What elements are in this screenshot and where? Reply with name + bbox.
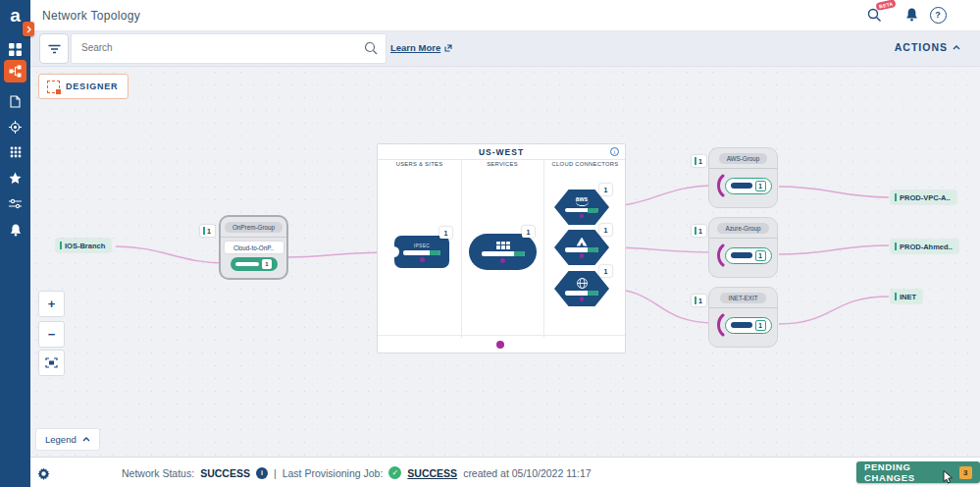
chip-inet[interactable]: INET xyxy=(891,290,922,303)
status-dot xyxy=(580,297,585,301)
top-header: Network Topology BETA ? SC xyxy=(30,0,980,31)
count-badge: 1 xyxy=(599,184,612,195)
status-bar: Network Status: SUCCESS i | Last Provisi… xyxy=(30,457,980,487)
count-badge: 1 xyxy=(262,259,272,269)
search-box xyxy=(71,33,387,64)
actions-menu[interactable]: ACTIONS xyxy=(895,41,960,53)
column-cloud-connectors: CLOUD CONNECTORS xyxy=(543,161,627,167)
help-icon[interactable]: ? xyxy=(929,6,947,24)
connector-dot xyxy=(496,341,504,349)
azure-icon xyxy=(577,238,588,246)
fit-screen-icon xyxy=(45,357,58,368)
group-count-badge: 1 xyxy=(200,225,215,237)
count-badge: 1 xyxy=(755,320,766,331)
count-badge: 1 xyxy=(755,250,766,261)
bracket-icon xyxy=(715,244,725,267)
search-icon[interactable] xyxy=(364,41,378,59)
group-node[interactable]: 1 xyxy=(715,313,772,337)
pending-changes-button[interactable]: PENDING CHANGES 3 xyxy=(856,461,980,483)
status-dot xyxy=(500,258,505,263)
group-node[interactable]: 1 xyxy=(715,244,772,267)
status-text: Network Status: SUCCESS i | Last Provisi… xyxy=(122,458,592,487)
progress-bar xyxy=(403,250,440,255)
group-azure[interactable]: Azure-Group 1 xyxy=(708,217,778,278)
info-icon[interactable] xyxy=(610,147,619,156)
chevron-up-icon xyxy=(953,45,960,50)
group-onprem[interactable]: OnPrem-Group Cloud-to-OnP.. 1 xyxy=(219,215,288,280)
group-aws[interactable]: AWS-Group 1 xyxy=(708,147,778,208)
group-inet-exit[interactable]: INET-EXIT 1 xyxy=(708,287,778,348)
zoom-in-button[interactable]: + xyxy=(38,291,65,317)
legend-toggle[interactable]: Legend xyxy=(35,428,100,451)
status-dot xyxy=(580,214,585,219)
search-input[interactable] xyxy=(72,34,364,61)
network-topology-page: a Network Topology xyxy=(0,0,980,487)
connector-label[interactable]: Cloud-to-OnP.. xyxy=(225,242,284,253)
connector-aws[interactable]: aws 1 xyxy=(554,189,609,225)
target-icon[interactable] xyxy=(0,117,30,136)
mouse-cursor xyxy=(943,470,955,487)
group-count-badge: 1 xyxy=(692,295,706,306)
site-node[interactable]: IPSEC 1 xyxy=(394,236,449,268)
count-badge: 1 xyxy=(522,226,535,238)
chevron-up-icon xyxy=(82,437,90,442)
fit-to-screen-button[interactable] xyxy=(38,350,65,376)
column-users-sites: USERS & SITES xyxy=(378,161,461,167)
pending-count-badge: 3 xyxy=(959,466,972,479)
favorites-star-icon[interactable] xyxy=(0,168,30,188)
chip-prod-vpc[interactable]: PROD-VPC-A.. xyxy=(891,190,956,204)
site-node-label: IPSEC xyxy=(414,243,431,248)
aws-icon: aws xyxy=(576,196,589,206)
dashboard-icon[interactable] xyxy=(0,39,30,59)
apps-grid-icon[interactable] xyxy=(0,142,30,162)
settings-gear-icon[interactable] xyxy=(37,466,50,484)
group-name: AWS-Group xyxy=(719,153,768,164)
group-name: Azure-Group xyxy=(717,223,768,234)
job-created-text: created at 05/10/2022 11:17 xyxy=(463,467,592,479)
chip-prod-ahmed[interactable]: PROD-Ahmed.. xyxy=(891,240,958,253)
beta-badge: BETA xyxy=(875,0,897,11)
fortinet-icon xyxy=(496,242,510,249)
learn-more-link[interactable]: Learn More xyxy=(390,42,452,53)
alerts-bell-icon[interactable] xyxy=(0,220,30,240)
region-us-west[interactable]: US-WEST USERS & SITES SERVICES CLOUD CON… xyxy=(377,143,626,353)
connector-internet[interactable]: 1 xyxy=(554,271,609,306)
progress-bar xyxy=(565,208,598,213)
column-divider xyxy=(461,159,462,338)
toolbar: Learn More ACTIONS xyxy=(30,30,980,67)
region-header: US-WEST xyxy=(378,144,625,160)
status-dot xyxy=(580,253,585,258)
info-icon[interactable]: i xyxy=(256,467,268,479)
count-badge: 1 xyxy=(599,265,612,277)
designer-tab[interactable]: DESIGNER xyxy=(38,74,129,99)
connector-port xyxy=(388,246,399,257)
group-count-badge: 1 xyxy=(692,155,706,167)
documents-icon[interactable] xyxy=(0,91,30,111)
count-badge: 1 xyxy=(439,227,452,239)
count-badge: 1 xyxy=(599,224,612,236)
group-name: OnPrem-Group xyxy=(225,222,283,233)
connector-node[interactable]: 1 xyxy=(231,257,278,271)
progress-bar xyxy=(482,251,525,256)
sidebar-item-network-topology-active[interactable] xyxy=(4,60,26,82)
network-topology-icon xyxy=(9,65,22,78)
zoom-out-button[interactable]: − xyxy=(38,321,65,348)
success-check-icon: ✓ xyxy=(388,466,401,479)
filter-settings-icon[interactable] xyxy=(0,193,30,213)
connector-azure[interactable]: 1 xyxy=(554,230,609,265)
chevron-right-icon xyxy=(26,26,31,33)
sidebar: a xyxy=(0,0,30,487)
progress-bar xyxy=(565,291,598,296)
group-count-badge: 1 xyxy=(692,225,706,237)
job-status-link[interactable]: SUCCESS xyxy=(407,467,457,479)
filter-button[interactable] xyxy=(39,33,69,64)
service-node[interactable]: 1 xyxy=(469,234,537,270)
sidebar-expand-button[interactable] xyxy=(23,22,34,36)
filter-icon xyxy=(48,44,61,54)
group-node[interactable]: 1 xyxy=(715,174,772,197)
chip-ios-branch[interactable]: IOS-Branch xyxy=(56,239,111,252)
column-services: SERVICES xyxy=(461,161,543,167)
notifications-bell-icon[interactable] xyxy=(903,6,920,24)
globe-icon xyxy=(576,277,589,290)
progress-bar xyxy=(565,247,598,252)
